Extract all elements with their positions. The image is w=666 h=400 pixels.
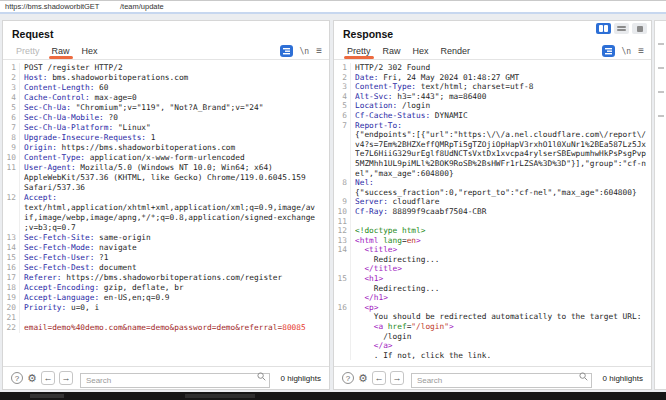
code-segment: "Chromium";v="119", "Not?A_Brand";v="24": [71, 103, 263, 112]
code-segment: bms.shadoworbitoperations.com: [47, 73, 188, 82]
layout-single-button[interactable]: [632, 23, 647, 34]
newline-toggle-icon[interactable]: \n: [622, 47, 632, 56]
code-line: </h1>: [334, 293, 651, 303]
code-line: 15Sec-Fetch-User: ?1: [3, 253, 329, 263]
search-prev-button[interactable]: ←: [372, 371, 386, 385]
line-number: 11: [3, 163, 20, 173]
code-text: {"endpoints":[{"url":"https:\/\/a.nel.cl…: [355, 130, 651, 140]
code-line: 22email=demo%40demo.com&name=demo&passwo…: [3, 323, 329, 333]
code-segment: Sec-Ch-Ua:: [24, 103, 71, 112]
editor-menu-icon[interactable]: ≡: [638, 46, 644, 56]
request-editor[interactable]: 1POST /register HTTP/22Host: bms.shadowo…: [3, 60, 329, 366]
pretty-print-icon[interactable]: [602, 45, 615, 57]
line-number: 9: [334, 197, 351, 207]
code-line: 1HTTP/2 302 Found: [334, 63, 651, 73]
pretty-print-icon[interactable]: [280, 45, 293, 57]
code-segment: email=demo%40demo.com&name=demo&password…: [24, 323, 282, 332]
code-line: if,image/webp,image/apng,*/*;q=0.8,appli…: [3, 213, 329, 223]
code-segment: Referer:: [24, 273, 62, 282]
code-text: Nel:: [355, 178, 651, 188]
code-segment: <title>: [355, 245, 397, 254]
code-segment: "/login": [411, 322, 449, 331]
search-prev-button[interactable]: ←: [41, 371, 55, 385]
code-segment: . If not, click the link.: [355, 351, 491, 360]
code-segment: text/html; charset=utf-8: [416, 82, 533, 91]
code-text: ;v=b3;q=0.7: [24, 223, 329, 233]
code-text: Redirecting...: [355, 284, 651, 294]
code-text: <h1>: [355, 274, 651, 284]
response-tab-raw[interactable]: Raw: [377, 43, 407, 59]
code-segment: Sec-Ch-Ua-Mobile:: [24, 113, 104, 122]
line-number: 15: [334, 274, 351, 284]
request-tab-pretty[interactable]: Pretty: [10, 43, 46, 59]
code-text: </a>: [355, 341, 651, 351]
response-tab-render[interactable]: Render: [435, 43, 477, 59]
settings-gear-icon[interactable]: ⚙: [27, 373, 37, 384]
code-text: Upgrade-Insecure-Requests: 1: [24, 133, 329, 143]
history-row[interactable]: https://bms.shadoworbit... GET /team/upd…: [0, 0, 666, 14]
code-segment: <p>: [355, 303, 378, 312]
help-icon[interactable]: ?: [342, 372, 354, 384]
history-method: GET: [84, 2, 120, 11]
code-text: Host: bms.shadoworbitoperations.com: [24, 73, 329, 83]
code-line: 12Accept:: [3, 193, 329, 203]
request-tab-hex[interactable]: Hex: [76, 43, 104, 59]
code-text: Sec-Fetch-Site: same-origin: [24, 233, 329, 243]
search-next-button[interactable]: →: [390, 371, 404, 385]
response-tab-hex[interactable]: Hex: [407, 43, 435, 59]
code-segment: text/html,application/xhtml+xml,applicat…: [24, 203, 315, 212]
editor-menu-icon[interactable]: ≡: [316, 46, 322, 56]
line-number: 17: [3, 273, 20, 283]
settings-gear-icon[interactable]: ⚙: [358, 373, 368, 384]
help-icon[interactable]: ?: [11, 372, 23, 384]
code-line: 12<!doctype html>: [334, 226, 651, 236]
code-segment: ?1: [94, 253, 108, 262]
code-text: Accept:: [24, 193, 329, 203]
code-segment: 88899f9caabf7504-CBR: [388, 207, 487, 216]
code-text: Safari/537.36: [24, 183, 329, 193]
response-search-input[interactable]: [411, 373, 592, 388]
line-number: 21: [3, 313, 20, 323]
line-number: 18: [3, 283, 20, 293]
layout-rows-button[interactable]: [614, 23, 629, 34]
code-segment: Host:: [24, 73, 47, 82]
code-text: Referer: https://bms.shadoworbitoperatio…: [24, 273, 329, 283]
code-text: HTTP/2 302 Found: [355, 63, 651, 73]
request-highlights-count: 0 highlights: [277, 374, 321, 383]
code-segment: /login: [397, 101, 430, 110]
line-number: 3: [3, 83, 20, 93]
code-segment: Redirecting...: [355, 284, 440, 293]
code-line: 10Content-Type: application/x-www-form-u…: [3, 153, 329, 163]
layout-columns-button[interactable]: [596, 23, 611, 34]
response-tabs: Pretty Raw Hex Render \n ≡: [334, 43, 651, 60]
line-number: [3, 183, 20, 193]
code-line: 4Cache-Control: max-age=0: [3, 93, 329, 103]
inspector-rail[interactable]: [654, 20, 666, 390]
code-line: 8Upgrade-Insecure-Requests: 1: [3, 133, 329, 143]
response-panel: Response Pretty Raw Hex Render \n ≡ 1HTT…: [333, 20, 652, 390]
code-text: Report-To:: [355, 121, 651, 131]
line-number: [334, 159, 351, 169]
search-next-button[interactable]: →: [59, 371, 73, 385]
code-segment: </title>: [355, 264, 402, 273]
line-number: [334, 351, 351, 361]
code-segment: >: [449, 322, 454, 331]
code-line: 5MZMhh1UL9piMLl%2BOK9RoSB%2BsHWFr1rLZSA%…: [334, 159, 651, 169]
request-search-input[interactable]: [80, 373, 270, 388]
code-segment: HTTP/2 302 Found: [355, 63, 430, 72]
code-text: [24, 313, 329, 323]
code-line: /login: [334, 332, 651, 342]
code-segment: 80085: [282, 323, 305, 332]
response-tab-pretty[interactable]: Pretty: [341, 43, 377, 59]
newline-toggle-icon[interactable]: \n: [300, 47, 310, 56]
line-number: [334, 140, 351, 150]
code-segment: v4?s=7Em%2BHZXeffQMRpTi5gTZOjiOpHapV3rxh…: [355, 140, 646, 149]
code-line: 6Cf-Cache-Status: DYNAMIC: [334, 111, 651, 121]
response-editor[interactable]: 1HTTP/2 302 Found2Date: Fri, 24 May 2024…: [334, 60, 651, 366]
code-text: Redirecting...: [355, 255, 651, 265]
line-number: [334, 332, 351, 342]
line-number: 12: [3, 193, 20, 203]
request-tab-raw[interactable]: Raw: [46, 43, 76, 59]
code-segment: ;v=b3;q=0.7: [24, 223, 76, 232]
line-number: [334, 322, 351, 332]
